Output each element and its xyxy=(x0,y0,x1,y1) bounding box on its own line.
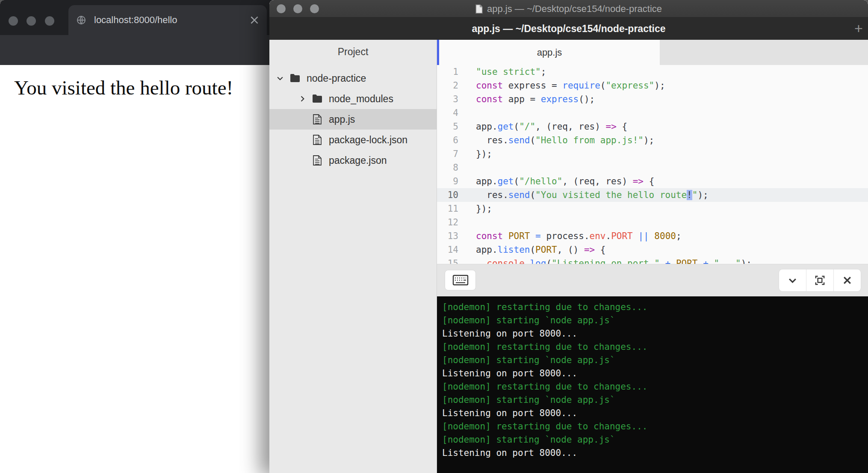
line-number: 13 xyxy=(437,231,458,241)
line-number: 14 xyxy=(437,245,458,255)
editor-title: app.js — ~/Desktop/cse154/node-practice xyxy=(269,0,868,18)
code-text: }); xyxy=(476,149,492,159)
terminal-line: [nodemon] starting `node app.js` xyxy=(442,314,868,327)
terminal-line: Listening on port 8000... xyxy=(442,446,868,460)
line-number: 1 xyxy=(437,67,458,77)
project-header: Project xyxy=(269,43,437,60)
line-number: 5 xyxy=(437,121,458,132)
line-number: 15 xyxy=(437,258,458,264)
terminal-line: [nodemon] restarting due to changes... xyxy=(442,380,868,393)
code-text: res.send("Hello from app.js!"); xyxy=(476,135,654,145)
code-line-15[interactable]: 15 console.log("Listening on port " + PO… xyxy=(437,257,868,264)
line-number: 3 xyxy=(437,94,458,104)
line-number: 12 xyxy=(437,217,458,228)
code-line-1[interactable]: 1"use strict"; xyxy=(437,65,868,79)
code-text: }); xyxy=(476,204,492,214)
keyboard-icon xyxy=(452,275,469,286)
code-line-12[interactable]: 12 xyxy=(437,216,868,229)
tree-item-label: package-lock.json xyxy=(329,134,407,146)
tree-indent-spacer xyxy=(297,114,308,125)
new-tab-plus-button[interactable]: + xyxy=(849,18,868,40)
maximize-panel-button[interactable] xyxy=(806,269,833,291)
browser-tab-title: localhost:8000/hello xyxy=(94,5,177,35)
file-icon xyxy=(311,113,323,125)
terminal-line: [nodemon] starting `node app.js` xyxy=(442,433,868,446)
code-line-14[interactable]: 14app.listen(PORT, () => { xyxy=(437,243,868,257)
code-text: const app = express(); xyxy=(476,94,595,104)
terminal-line: Listening on port 8000... xyxy=(442,407,868,420)
tree-item-package-lock.json[interactable]: package-lock.json xyxy=(269,130,437,150)
browser-window: localhost:8000/hello localhost:8000/hell… xyxy=(0,0,282,473)
browser-tab-bar: localhost:8000/hello xyxy=(0,0,282,35)
folder-icon xyxy=(311,93,323,105)
globe-icon xyxy=(76,15,86,25)
terminal-output[interactable]: [nodemon] restarting due to changes...[n… xyxy=(437,296,868,473)
terminal-line: [nodemon] restarting due to changes... xyxy=(442,340,868,354)
line-number: 11 xyxy=(437,204,458,214)
tree-item-node_modules[interactable]: node_modules xyxy=(269,89,437,109)
code-line-6[interactable]: 6 res.send("Hello from app.js!"); xyxy=(437,133,868,147)
tab-app-js[interactable]: app.js xyxy=(439,40,660,65)
folder-icon xyxy=(289,72,301,84)
code-editor[interactable]: 1"use strict";2const express = require("… xyxy=(437,65,868,264)
maximize-icon xyxy=(815,275,825,286)
line-number: 10 xyxy=(437,190,458,200)
terminal-line: Listening on port 8000... xyxy=(442,327,868,340)
code-line-5[interactable]: 5app.get("/", (req, res) => { xyxy=(437,120,868,133)
browser-close-traffic-light[interactable] xyxy=(9,16,18,26)
tree-item-app.js[interactable]: app.js xyxy=(269,109,437,130)
editor-title-bar: app.js — ~/Desktop/cse154/node-practice xyxy=(269,0,868,18)
tree-item-node-practice[interactable]: node-practice xyxy=(269,68,437,89)
collapse-panel-button[interactable] xyxy=(779,269,806,291)
terminal-panel-buttons xyxy=(779,269,861,291)
browser-zoom-traffic-light[interactable] xyxy=(45,16,54,26)
tree-item-label: package.json xyxy=(329,155,387,166)
page-text: You visited the hello route! xyxy=(0,65,282,99)
line-number: 2 xyxy=(437,80,458,91)
code-line-7[interactable]: 7}); xyxy=(437,147,868,161)
code-text: const PORT = process.env.PORT || 8000; xyxy=(476,231,682,241)
line-number: 7 xyxy=(437,149,458,159)
browser-tab[interactable]: localhost:8000/hello xyxy=(68,5,267,35)
tree-indent-spacer xyxy=(297,155,308,166)
code-line-8[interactable]: 8 xyxy=(437,161,868,174)
chevron-down-icon[interactable] xyxy=(275,73,286,84)
code-text: "use strict"; xyxy=(476,67,546,77)
code-line-2[interactable]: 2const express = require("express"); xyxy=(437,79,868,92)
terminal-line: [nodemon] starting `node app.js` xyxy=(442,354,868,367)
browser-minimize-traffic-light[interactable] xyxy=(27,16,36,26)
close-icon[interactable] xyxy=(249,15,260,26)
close-icon xyxy=(842,275,853,286)
chevron-right-icon[interactable] xyxy=(297,93,308,104)
terminal-line: Listening on port 8000... xyxy=(442,367,868,380)
code-line-9[interactable]: 9app.get("/hello", (req, res) => { xyxy=(437,174,868,188)
code-line-13[interactable]: 13const PORT = process.env.PORT || 8000; xyxy=(437,229,868,243)
tree-item-label: app.js xyxy=(329,114,355,125)
code-line-3[interactable]: 3const app = express(); xyxy=(437,92,868,106)
chevron-down-icon xyxy=(787,275,798,286)
line-number: 9 xyxy=(437,176,458,186)
line-number: 8 xyxy=(437,163,458,173)
keyboard-button[interactable] xyxy=(445,270,476,290)
file-icon xyxy=(311,154,323,166)
tree-item-package.json[interactable]: package.json xyxy=(269,150,437,171)
document-icon xyxy=(475,4,483,14)
file-tree: node-practicenode_modulesapp.jspackage-l… xyxy=(269,68,437,171)
editor-tab-strip: app.js xyxy=(437,40,868,65)
line-number: 4 xyxy=(437,108,458,118)
editor-window-tab-bar: app.js — ~/Desktop/cse154/node-practice xyxy=(269,18,868,40)
terminal-line: [nodemon] restarting due to changes... xyxy=(442,420,868,433)
project-sidebar: Project node-practicenode_modulesapp.jsp… xyxy=(269,40,437,473)
close-panel-button[interactable] xyxy=(833,269,861,291)
code-line-4[interactable]: 4 xyxy=(437,106,868,120)
terminal-line: [nodemon] starting `node app.js` xyxy=(442,393,868,407)
file-icon xyxy=(311,134,323,146)
code-text: console.log("Listening on port " + PORT … xyxy=(476,258,752,264)
tree-indent-spacer xyxy=(297,134,308,145)
code-text: app.listen(PORT, () => { xyxy=(476,245,605,255)
code-line-11[interactable]: 11}); xyxy=(437,202,868,216)
code-line-10[interactable]: 10 res.send("You visited the hello route… xyxy=(437,188,868,202)
tree-item-label: node_modules xyxy=(329,93,393,105)
code-text: const express = require("express"); xyxy=(476,80,665,91)
terminal-panel-header xyxy=(437,264,868,296)
